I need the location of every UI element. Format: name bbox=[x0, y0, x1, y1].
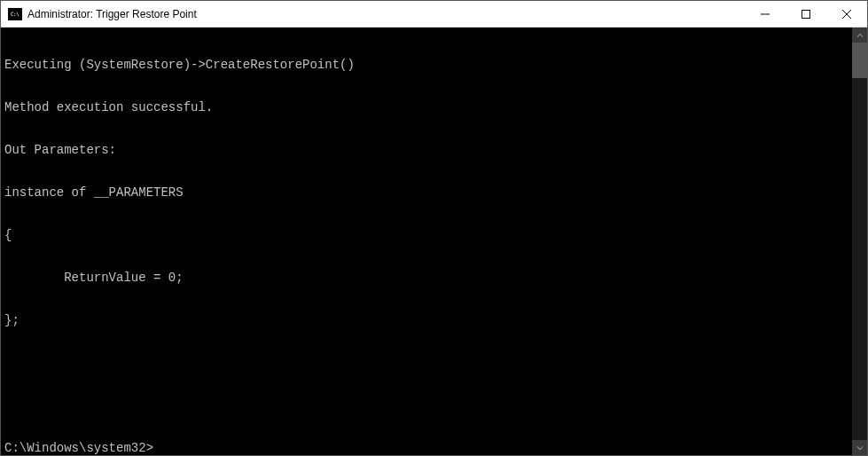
console-body: Executing (SystemRestore)->CreateRestore… bbox=[1, 28, 867, 455]
maximize-icon bbox=[802, 10, 810, 19]
output-line: Method execution successful. bbox=[4, 100, 848, 114]
output-line bbox=[4, 398, 848, 413]
svg-rect-1 bbox=[802, 10, 810, 18]
minimize-button[interactable] bbox=[745, 1, 786, 27]
window-title: Administrator: Trigger Restore Point bbox=[27, 8, 745, 20]
chevron-up-icon bbox=[856, 32, 864, 39]
cmd-icon: C:\ bbox=[8, 8, 22, 20]
vertical-scrollbar[interactable] bbox=[852, 28, 867, 455]
output-line bbox=[4, 356, 848, 370]
output-line: }; bbox=[4, 313, 848, 327]
output-line: ReturnValue = 0; bbox=[4, 271, 848, 285]
scroll-down-button[interactable] bbox=[852, 440, 867, 455]
scroll-up-button[interactable] bbox=[852, 28, 867, 43]
maximize-button[interactable] bbox=[786, 1, 826, 27]
scrollbar-track[interactable] bbox=[852, 43, 867, 440]
close-button[interactable] bbox=[826, 1, 867, 27]
console-window: C:\ Administrator: Trigger Restore Point… bbox=[0, 0, 868, 456]
console-output[interactable]: Executing (SystemRestore)->CreateRestore… bbox=[1, 28, 852, 455]
minimize-icon bbox=[761, 10, 770, 19]
scrollbar-thumb[interactable] bbox=[852, 43, 867, 78]
close-icon bbox=[842, 10, 851, 19]
output-line: { bbox=[4, 228, 848, 242]
prompt-line[interactable]: C:\Windows\system32> bbox=[4, 441, 848, 455]
window-controls bbox=[745, 1, 867, 27]
titlebar[interactable]: C:\ Administrator: Trigger Restore Point bbox=[1, 1, 867, 28]
prompt-text: C:\Windows\system32> bbox=[4, 441, 153, 455]
output-line: Executing (SystemRestore)->CreateRestore… bbox=[4, 58, 848, 72]
chevron-down-icon bbox=[856, 444, 864, 452]
output-line: Out Parameters: bbox=[4, 143, 848, 157]
output-line: instance of __PARAMETERS bbox=[4, 185, 848, 200]
